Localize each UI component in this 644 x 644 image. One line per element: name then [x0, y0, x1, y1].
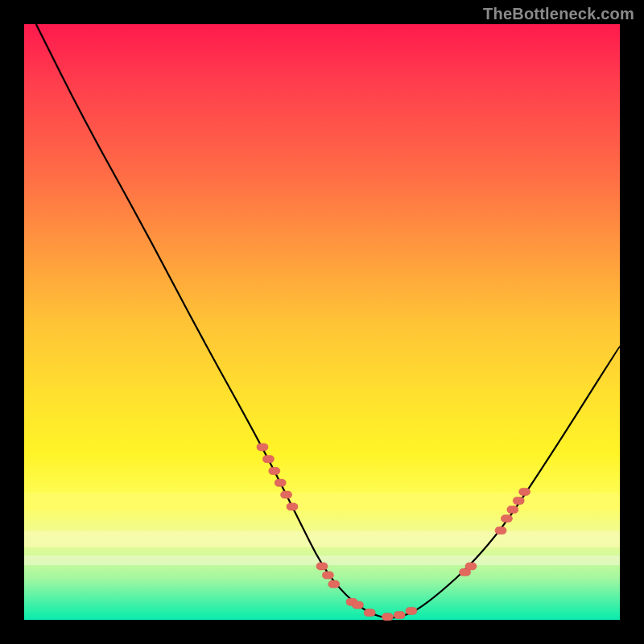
marker-point	[262, 456, 274, 463]
marker-point	[322, 572, 333, 579]
marker-point	[281, 491, 292, 498]
marker-point	[394, 612, 405, 619]
marker-point	[257, 444, 268, 451]
watermark-text: TheBottleneck.com	[483, 5, 634, 23]
highlight-markers	[257, 444, 530, 621]
marker-point	[316, 563, 328, 570]
marker-point	[352, 601, 363, 609]
marker-point	[513, 497, 524, 505]
marker-point	[328, 580, 340, 588]
marker-point	[364, 609, 375, 617]
marker-point	[495, 527, 506, 535]
bottleneck-curve	[36, 24, 620, 618]
marker-point	[287, 503, 298, 510]
marker-point	[519, 488, 530, 495]
marker-point	[382, 613, 393, 621]
marker-point	[269, 468, 280, 475]
plot-area	[24, 24, 620, 620]
marker-point	[406, 607, 417, 614]
marker-point	[465, 563, 477, 570]
curve-layer	[24, 24, 620, 620]
marker-point	[507, 506, 518, 514]
marker-point	[501, 515, 512, 522]
chart-frame: TheBottleneck.com	[0, 0, 644, 644]
marker-point	[275, 479, 286, 486]
